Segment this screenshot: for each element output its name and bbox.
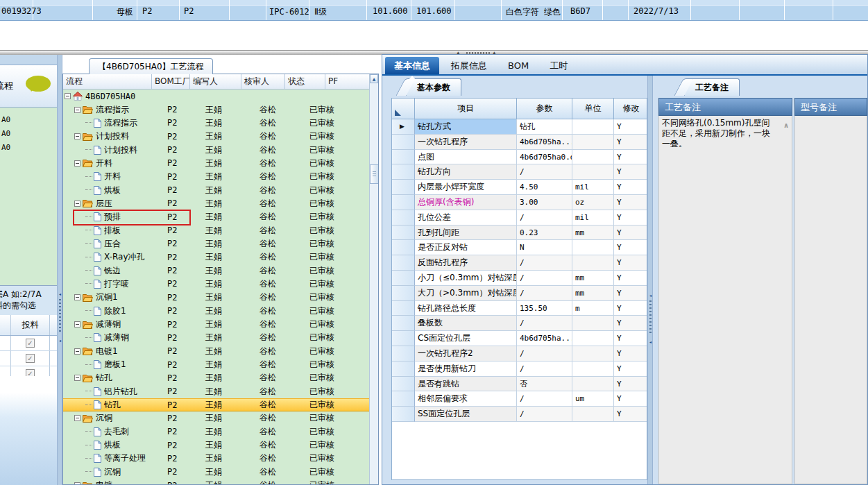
row-header[interactable] [392, 407, 415, 422]
tab-basic-info[interactable]: 基本信息 [385, 57, 439, 74]
row-header[interactable] [392, 210, 415, 226]
param-row[interactable]: 是否使用新钻刀/Y [392, 361, 647, 377]
tab-bom[interactable]: BOM [499, 57, 538, 74]
row-header[interactable] [392, 331, 415, 346]
param-value-cell[interactable]: / [517, 407, 572, 422]
row-header[interactable] [392, 150, 415, 165]
flow-row[interactable]: 开料P2王娟谷松已审核 [63, 157, 369, 170]
row-header[interactable] [392, 391, 415, 407]
flow-row[interactable]: 排板P2王娟谷松已审核 [63, 223, 369, 237]
checked-checkbox[interactable]: ✓ [26, 354, 35, 363]
collapse-minus-box[interactable] [74, 348, 80, 355]
flow-row[interactable]: 等离子处理P2王娟谷松已审核 [63, 452, 369, 465]
scrollbar-thumb[interactable] [370, 164, 379, 184]
column-header-auditor[interactable]: 核审人 [241, 74, 285, 89]
note-scroll-up-icon[interactable]: ∧ [783, 121, 789, 129]
collapse-minus-box[interactable] [74, 415, 80, 421]
row-header[interactable] [392, 346, 415, 361]
param-row[interactable]: 钻孔方向/Y [392, 164, 647, 180]
feeding-row[interactable]: ✓ [0, 336, 57, 351]
param-value-cell[interactable]: 3.00 [517, 195, 572, 210]
param-value-cell[interactable]: / [517, 391, 572, 407]
column-header-pf[interactable]: PF [325, 74, 369, 89]
param-row[interactable]: 反面钻孔程序/Y [392, 255, 647, 271]
flow-row[interactable]: X-Ray冲孔P2王娟谷松已审核 [63, 250, 369, 264]
flow-row[interactable]: 减薄铜P2王娟谷松已审核 [63, 318, 369, 331]
param-row[interactable]: 是否正反对钻NY [392, 240, 647, 255]
list-item[interactable]: A0 [0, 113, 57, 127]
param-value-cell[interactable]: / [517, 346, 572, 361]
row-header[interactable] [392, 377, 415, 392]
scroll-up-icon[interactable]: ▲ [370, 74, 378, 83]
collapse-minus-box[interactable] [74, 133, 80, 139]
feeding-row[interactable]: ✓ [0, 351, 57, 366]
flow-scrollbar[interactable]: ▲ [369, 74, 378, 484]
splitter-grip[interactable] [59, 299, 61, 334]
param-value-cell[interactable]: 否 [517, 377, 572, 392]
vertical-splitter-right[interactable]: ◂ ◂ [647, 76, 653, 484]
param-value-cell[interactable]: 0.23 [517, 226, 572, 241]
param-value-cell[interactable]: / [517, 210, 572, 226]
subtab-process-notes[interactable]: 工艺备注 [684, 78, 740, 96]
column-header-status[interactable]: 状态 [285, 74, 325, 89]
flow-row[interactable]: 钻孔P2王娟谷松已审核 [63, 371, 369, 384]
param-row[interactable]: 一次钻孔程序2/Y [392, 346, 647, 361]
param-value-cell[interactable]: / [517, 361, 572, 377]
collapse-arrow-icon[interactable]: ◂ [58, 338, 62, 343]
row-header[interactable] [392, 135, 415, 150]
top-grid-row[interactable]: 00193273母板P2P2IPC-6012 Ⅱ级101.600101.600白… [0, 0, 868, 21]
flow-row[interactable]: 铣边P2王娟谷松已审核 [63, 264, 369, 277]
param-value-cell[interactable]: 4b6d705ha0.d [517, 150, 572, 165]
param-row[interactable]: 孔位公差/milY [392, 210, 647, 226]
param-value-cell[interactable]: / [517, 271, 572, 286]
column-header-value[interactable]: 参数 [517, 99, 572, 119]
collapse-minus-box[interactable] [74, 321, 80, 327]
flow-row[interactable]: 烘板P2王娟谷松已审核 [63, 439, 369, 452]
collapse-minus-box[interactable] [74, 375, 80, 381]
list-item[interactable]: A0 [0, 127, 57, 141]
param-value-cell[interactable]: / [517, 286, 572, 301]
column-header-bom-factory[interactable]: BOM工厂 [152, 74, 190, 89]
param-row[interactable]: 钻孔路径总长度135.50mY [392, 301, 647, 316]
param-value-cell[interactable]: 135.50 [517, 301, 572, 316]
row-header[interactable] [392, 255, 415, 271]
flow-row[interactable]: 计划投料P2王娟谷松已审核 [63, 130, 369, 143]
row-header[interactable] [392, 361, 415, 377]
param-row[interactable]: 孔到孔间距0.23mmY [392, 226, 647, 241]
param-row[interactable]: 大刀（>0.3mm）对钻深度/mmY [392, 286, 647, 301]
param-row[interactable]: 点图4b6d705ha0.dY [392, 150, 647, 165]
flow-row[interactable]: 磨板1P2王娟谷松已审核 [63, 358, 369, 371]
collapse-arrow-icon[interactable]: ◂ [58, 291, 62, 297]
param-value-cell[interactable]: 钻孔 [517, 119, 572, 135]
row-header[interactable]: ▶ [392, 119, 415, 135]
collapse-minus-box[interactable] [74, 482, 80, 485]
flow-row[interactable]: 除胶1P2王娟谷松已审核 [63, 305, 369, 318]
row-header[interactable] [392, 271, 415, 286]
param-value-cell[interactable]: / [517, 164, 572, 180]
flow-row[interactable]: 烘板P2王娟谷松已审核 [63, 183, 369, 196]
splitter-grip[interactable] [649, 300, 652, 335]
flow-row[interactable]: 计划投料P2王娟谷松已审核 [63, 143, 369, 156]
param-row[interactable]: SS面定位孔层/Y [392, 407, 647, 422]
row-header[interactable] [392, 180, 415, 195]
list-item[interactable]: A0 [0, 141, 57, 155]
flow-row[interactable]: 开料P2王娟谷松已审核 [63, 170, 369, 183]
flow-row-selected[interactable]: 钻孔P2王娟谷松已审核 [63, 398, 369, 411]
flow-row[interactable]: 压合P2王娟谷松已审核 [63, 237, 369, 250]
row-header[interactable] [392, 195, 415, 210]
collapse-arrow-icon[interactable]: ◂ [648, 339, 653, 345]
param-value-cell[interactable]: / [517, 255, 572, 271]
row-header[interactable] [392, 164, 415, 180]
flow-row[interactable]: 沉铜P2王娟谷松已审核 [63, 411, 369, 425]
row-header[interactable] [392, 301, 415, 316]
column-header-unit[interactable]: 单位 [572, 99, 614, 119]
flow-row[interactable]: 去毛刺P2王娟谷松已审核 [63, 425, 369, 439]
row-header[interactable] [392, 240, 415, 255]
param-row[interactable]: 内层最小焊环宽度4.50milY [392, 180, 647, 195]
row-header[interactable] [392, 286, 415, 301]
model-note-area[interactable] [794, 116, 867, 484]
row-header[interactable] [392, 316, 415, 331]
param-row[interactable]: CS面定位孔层4b6d705ha...Y [392, 331, 647, 346]
flow-row[interactable]: 沉铜1P2王娟谷松已审核 [63, 291, 369, 304]
flow-row[interactable]: 电镀1P2王娟谷松已审核 [63, 345, 369, 358]
